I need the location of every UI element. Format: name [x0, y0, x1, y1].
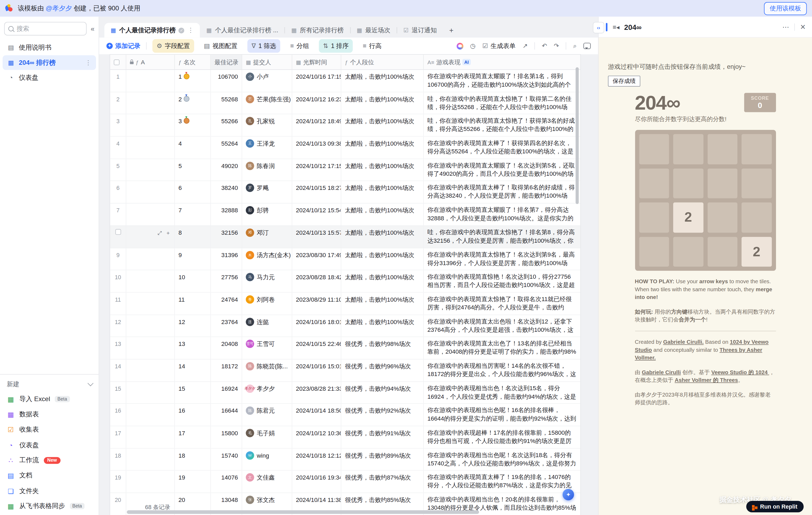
cell-rank[interactable]: 12 — [175, 315, 211, 337]
undo-icon[interactable]: ↶ — [542, 42, 547, 49]
cell-tier[interactable]: 很优秀，击败约92%场次 — [341, 404, 424, 426]
cell-tier[interactable]: 太酷啦，击败约100%场次 — [341, 70, 424, 92]
table-row[interactable]: 191914076文文佳鑫2024/10/16 19:34很优秀，击败约87%场… — [110, 471, 580, 493]
cell-performance[interactable]: 你在游戏中的表现简直太耀眼了！排名第7，得分高达32888，个人段位更是击败约1… — [424, 204, 580, 223]
cell-performance[interactable]: 哇，你在游戏中的表现简直太惊艳了！排名第8，得分高达32156，个人段位更是厉害… — [424, 226, 580, 245]
cell-performance[interactable]: 你在游戏中的表现相当出色！名次达到15名，得分16924，个人段位更是优秀，能击… — [424, 382, 580, 401]
cell-submitter[interactable]: 孔孔家锐 — [242, 114, 292, 136]
cell-a[interactable] — [126, 404, 175, 426]
cell-performance[interactable]: 你在游戏中的表现超棒！17名的排名很靠前，15800的得分也相当可观，个人段位能… — [424, 426, 580, 445]
cell-submitter[interactable]: 马马力元 — [242, 270, 292, 292]
cell-rank[interactable]: 8 — [175, 226, 211, 248]
cell-time[interactable]: 2023/08/29 11:10 — [292, 293, 342, 314]
cell-submitter[interactable]: 雪可王雪可 — [242, 337, 292, 359]
cell-submitter[interactable]: 邓邓汀 — [242, 226, 292, 248]
cell-a[interactable] — [126, 337, 175, 359]
cell-a[interactable] — [126, 360, 175, 382]
column-header-tier[interactable]: ƒ个人段位 — [341, 55, 424, 69]
credit-link[interactable]: Asher Vollmer 的 Threes — [675, 376, 738, 383]
tab-1[interactable]: ▦个人最佳记录排行榜 ... — [200, 23, 284, 38]
cell-tier[interactable]: 太酷啦，击败约100%场次 — [341, 92, 424, 114]
credit-link[interactable]: Gabriele Cirulli — [642, 369, 681, 375]
table-row[interactable]: 4455264王王泽龙2024/10/13 09:38太酷啦，击败约100%场次… — [110, 137, 580, 159]
cell-time[interactable]: 2024/10/15 18:27 — [292, 181, 342, 203]
cell-performance[interactable]: 你在游戏中的表现简直太出色了！13名的排名已经相当靠前，20408的得分更是证明… — [424, 337, 580, 356]
author-link[interactable]: @孝夕夕 — [46, 4, 72, 12]
tab-3[interactable]: ▦最近场次 — [350, 23, 397, 38]
cell-score[interactable]: 31396 — [211, 248, 242, 270]
cell-submitter[interactable]: 卷刘阿卷 — [242, 293, 292, 314]
cell-tier[interactable]: 太酷啦，击败约100%场次 — [341, 159, 424, 181]
cell-submitter[interactable]: 芒芒果(陈生强) — [242, 92, 292, 114]
select-all-checkbox[interactable] — [110, 55, 126, 69]
cell-submitter[interactable]: 孝夕夕孝夕夕 — [242, 382, 292, 403]
history-icon[interactable]: ◷ — [470, 42, 475, 49]
credit-link[interactable]: Gabriele Cirulli. — [663, 339, 704, 345]
table-row[interactable]: 9931396木汤方杰(金木)2023/08/30 17:49太酷啦，击败约10… — [110, 248, 580, 270]
cell-rank[interactable]: 1 — [175, 70, 211, 92]
find-in-table-icon[interactable]: ⌕ — [573, 42, 577, 49]
credit-link[interactable]: Veewo Studio 的 1024 — [711, 369, 769, 375]
table-row[interactable]: 3355266孔孔家锐2024/10/12 18:49太酷啦，击败约100%场次… — [110, 114, 580, 137]
cell-rank[interactable]: 13 — [175, 337, 211, 359]
cell-tier[interactable]: 太酷啦，击败约100%场次 — [341, 293, 424, 314]
cell-a[interactable] — [126, 315, 175, 337]
add-tab-button[interactable]: + — [443, 26, 460, 38]
expand-record-icon[interactable]: ⤢ — [158, 229, 162, 237]
cell-time[interactable]: 2024/10/12 18:49 — [292, 114, 342, 136]
cell-score[interactable]: 20408 — [211, 337, 242, 359]
table-row[interactable]: 6638240罗罗飚2024/10/15 18:27太酷啦，击败约100%场次你… — [110, 181, 580, 204]
new-item-datasheet[interactable]: ▦数据表 — [0, 407, 99, 422]
kebab-icon[interactable]: ⋮ — [187, 27, 194, 34]
sort-button[interactable]: ⇅1 排序 — [319, 39, 353, 53]
run-on-replit-button[interactable]: Run on Replit — [746, 501, 804, 512]
cell-tier[interactable]: 太酷啦，击败约100%场次 — [341, 248, 424, 270]
cell-time[interactable]: 2024/10/12 17:15 — [292, 159, 342, 181]
column-header-time[interactable]: ▦光辉时间 — [292, 55, 342, 69]
more-menu-icon[interactable]: ⋯ — [782, 23, 789, 31]
new-item-doc[interactable]: ▤文档 — [0, 468, 99, 483]
cell-a[interactable] — [126, 92, 175, 114]
add-record-button[interactable]: +添加记录 — [107, 41, 140, 51]
sidebar-item-dashboard[interactable]: ◔仪表盘 — [3, 70, 96, 85]
cell-time[interactable]: 2024/10/13 09:38 — [292, 137, 342, 159]
column-header-submitter[interactable]: ▦提交人 — [242, 55, 292, 69]
cell-score[interactable]: 38240 — [211, 181, 242, 203]
cell-rank[interactable]: 10 — [175, 270, 211, 292]
cell-score[interactable]: 14076 — [211, 471, 242, 493]
cell-score[interactable]: 55268 — [211, 92, 242, 114]
row-checkbox[interactable] — [110, 226, 126, 248]
new-item-excel[interactable]: ▦导入 ExcelBeta — [0, 392, 99, 407]
ai-assistant-button[interactable]: ✦ — [562, 489, 574, 500]
cell-submitter[interactable]: 罗罗飚 — [242, 181, 292, 203]
cell-submitter[interactable]: 木汤方杰(金木) — [242, 248, 292, 270]
cell-tier[interactable]: 很优秀，击败约91%场次 — [341, 426, 424, 448]
cell-tier[interactable]: 很优秀，击败约89%场次 — [341, 449, 424, 471]
cell-score[interactable]: 23764 — [211, 315, 242, 337]
cell-rank[interactable]: 11 — [175, 293, 211, 314]
row-tools[interactable]: ⤢＋ — [158, 229, 171, 237]
cell-performance[interactable]: 你在游戏中的表现简直太耀眼了！名次达到第5名，还取得了49020的高分，而且个人… — [424, 159, 580, 178]
cell-time[interactable]: 2024/10/16 17:15 — [292, 70, 342, 92]
save-score-button[interactable]: 保存成绩 — [608, 76, 640, 87]
cell-submitter[interactable]: 陈陈春润 — [242, 159, 292, 181]
cell-a[interactable] — [126, 471, 175, 493]
share-icon[interactable]: ↗ — [522, 42, 528, 49]
cell-a[interactable] — [126, 114, 175, 136]
cell-a[interactable] — [126, 426, 175, 448]
table-row[interactable]: ⤢＋832156邓邓汀2024/10/13 15:57太酷啦，击败约100%场次… — [110, 226, 580, 248]
add-record-below-icon[interactable]: ＋ — [165, 229, 171, 237]
cell-performance[interactable]: 你在游戏中的表现相当出色呢！16名的排名很棒，16644的得分更是实力的证明，能… — [424, 404, 580, 423]
cell-tier[interactable]: 很优秀，击败约98%场次 — [341, 337, 424, 359]
cell-performance[interactable]: 你在游戏中的表现简直太棒了！19名的排名，14076的得分，个人段位还能击败约8… — [424, 471, 580, 490]
cell-a[interactable] — [126, 137, 175, 159]
cell-time[interactable]: 2024/10/14 18:50 — [292, 404, 342, 426]
ai-magic-icon[interactable] — [457, 42, 463, 49]
table-row[interactable]: 111124764卷刘阿卷2023/08/29 11:10太酷啦，击败约100%… — [110, 293, 580, 315]
cell-submitter[interactable]: Wwing — [242, 449, 292, 471]
column-header-score[interactable]: 最佳记录 — [211, 55, 242, 69]
cell-score[interactable]: 18172 — [211, 360, 242, 382]
cell-score[interactable]: 15740 — [211, 449, 242, 471]
cell-score[interactable]: 49020 — [211, 159, 242, 181]
cell-rank[interactable]: 16 — [175, 404, 211, 426]
